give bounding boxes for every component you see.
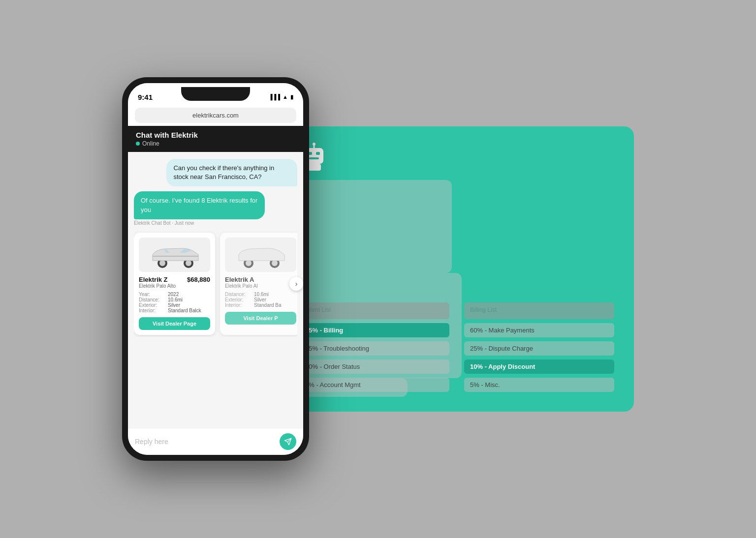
chat-title: Chat with Elektrik <box>136 131 295 139</box>
visit-dealer-btn-2[interactable]: Visit Dealer P <box>225 312 296 325</box>
chart-item-misc: 5% - Misc. <box>464 378 614 392</box>
chat-header: Chat with Elektrik Online <box>128 126 303 152</box>
chart-item-troubleshooting: 25% - Troubleshooting <box>299 341 449 356</box>
chat-status-row: Online <box>136 140 295 147</box>
car-cards-wrapper: Elektrik Z $68,880 Elektrik Palo Alto Ye… <box>134 231 297 337</box>
reply-input[interactable]: Reply here <box>135 438 276 446</box>
car-name-1: Elektrik Z <box>139 276 168 283</box>
car-specs-2: Distance:10.6mi Exterior:Silver Interior… <box>225 292 296 308</box>
phone-screen: 9:41 ▐▐▐ ▲ ▮ elektrikcars.com Chat with … <box>128 83 303 455</box>
send-button[interactable] <box>280 433 296 450</box>
phone-frame: 9:41 ▐▐▐ ▲ ▮ elektrikcars.com Chat with … <box>122 77 309 461</box>
chart-item-billing: 55% - Billing <box>299 323 449 337</box>
car-name-2: Elektrik A <box>225 276 254 283</box>
chart-item-make-payments: 60% - Make Payments <box>464 323 614 337</box>
chart-item-billing-header: Billing List <box>464 302 614 319</box>
visit-dealer-btn-1[interactable]: Visit Dealer Page <box>139 317 210 330</box>
chart-item-order-status: 10% - Order Status <box>299 359 449 374</box>
svg-point-16 <box>313 143 315 146</box>
chart-item-intent-header: Intent List <box>299 302 449 319</box>
bot-label: Elektrik Chat Bot · Just now <box>134 220 297 226</box>
phone-notch <box>181 87 250 101</box>
phone-mockup: 9:41 ▐▐▐ ▲ ▮ elektrikcars.com Chat with … <box>122 77 309 461</box>
car-dealer-2: Elektrik Palo Al <box>225 283 296 289</box>
chart-item-account-mgmt: 5% - Account Mgmt <box>299 378 449 392</box>
url-bar[interactable]: elektrikcars.com <box>135 108 296 123</box>
car-image-1 <box>139 238 210 272</box>
status-icons: ▐▐▐ ▲ ▮ <box>269 94 293 100</box>
user-message: Can you check if there's anything in sto… <box>166 159 297 186</box>
car-dealer-1: Elektrik Palo Alto <box>139 283 210 289</box>
chart-bg-left <box>299 180 452 273</box>
svg-point-6 <box>246 260 252 266</box>
next-card-arrow[interactable]: › <box>289 277 303 291</box>
battery-icon: ▮ <box>290 94 293 100</box>
chat-status-text: Online <box>142 140 159 147</box>
status-time: 9:41 <box>138 93 153 101</box>
svg-point-3 <box>186 260 191 266</box>
svg-point-1 <box>159 260 165 266</box>
teal-analytics-panel: Intent List 55% - Billing 25% - Troubles… <box>280 126 634 412</box>
send-icon <box>284 438 292 446</box>
url-text: elektrikcars.com <box>192 112 239 119</box>
chart-columns: Intent List 55% - Billing 25% - Troubles… <box>299 302 614 392</box>
car-specs-1: Year:2022 Distance:10.6mi Exterior:Silve… <box>139 292 210 313</box>
car-name-row-2: Elektrik A <box>225 276 296 283</box>
car-card-1: Elektrik Z $68,880 Elektrik Palo Alto Ye… <box>134 233 215 335</box>
svg-rect-4 <box>153 256 198 257</box>
reply-bar: Reply here <box>128 428 303 455</box>
scene: 9:41 ▐▐▐ ▲ ▮ elektrikcars.com Chat with … <box>58 48 698 490</box>
chart-area: Intent List 55% - Billing 25% - Troubles… <box>299 302 614 392</box>
wifi-icon: ▲ <box>283 94 288 100</box>
car-name-row-1: Elektrik Z $68,880 <box>139 276 210 283</box>
svg-rect-14 <box>309 157 319 159</box>
bot-message-group: Of course. I've found 8 Elektrik results… <box>134 191 297 225</box>
svg-point-8 <box>272 260 278 266</box>
chart-right-col: Billing List 60% - Make Payments 25% - D… <box>464 302 614 392</box>
bot-message: Of course. I've found 8 Elektrik results… <box>134 191 265 219</box>
chat-messages: Can you check if there's anything in sto… <box>128 152 303 428</box>
car-cards-container: Elektrik Z $68,880 Elektrik Palo Alto Ye… <box>134 231 297 337</box>
online-indicator <box>136 142 140 146</box>
signal-icon: ▐▐▐ <box>269 94 280 100</box>
car-svg-1 <box>145 241 204 268</box>
robot-icon-container <box>299 141 614 175</box>
car-svg-2 <box>231 241 290 268</box>
car-price-1: $68,880 <box>187 276 210 283</box>
chart-item-apply-discount: 10% - Apply Discount <box>464 359 614 374</box>
car-image-2 <box>225 238 296 272</box>
car-card-2: Elektrik A Elektrik Palo Al Distance:10.… <box>220 233 297 335</box>
chart-item-dispute-charge: 25% - Dispute Charge <box>464 341 614 356</box>
svg-rect-17 <box>307 164 321 171</box>
chart-left-col: Intent List 55% - Billing 25% - Troubles… <box>299 302 449 392</box>
svg-rect-13 <box>316 152 320 155</box>
